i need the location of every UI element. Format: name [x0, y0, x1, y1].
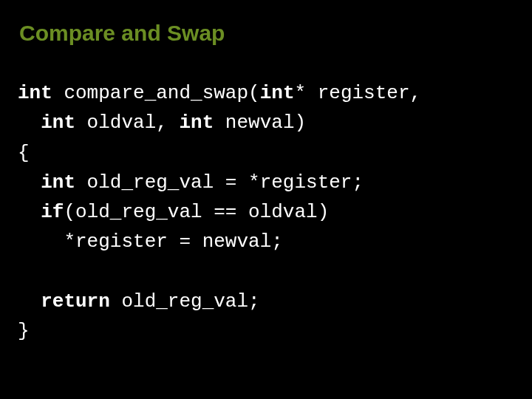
code-text: } [18, 320, 30, 342]
keyword-int: int [179, 112, 214, 134]
slide-title: Compare and Swap [19, 21, 514, 46]
keyword-int: int [18, 171, 75, 194]
keyword-int: int [260, 82, 295, 104]
code-text: old_reg_val = *register; [75, 171, 364, 194]
code-text: *register = newval; [18, 231, 283, 253]
code-text: { [18, 142, 30, 164]
keyword-return: return [18, 290, 110, 313]
code-text: (old_reg_val == oldval) [64, 201, 329, 223]
code-text: old_reg_val; [110, 290, 260, 313]
code-text: oldval, [75, 112, 179, 134]
code-block: int compare_and_swap(int* register, int … [18, 78, 514, 347]
slide: Compare and Swap int compare_and_swap(in… [0, 0, 532, 399]
code-text: * register, [294, 82, 421, 104]
keyword-int: int [18, 82, 52, 104]
code-text: compare_and_swap( [52, 82, 260, 104]
keyword-if: if [18, 201, 64, 223]
code-text: newval) [214, 112, 306, 134]
keyword-int: int [18, 112, 75, 134]
